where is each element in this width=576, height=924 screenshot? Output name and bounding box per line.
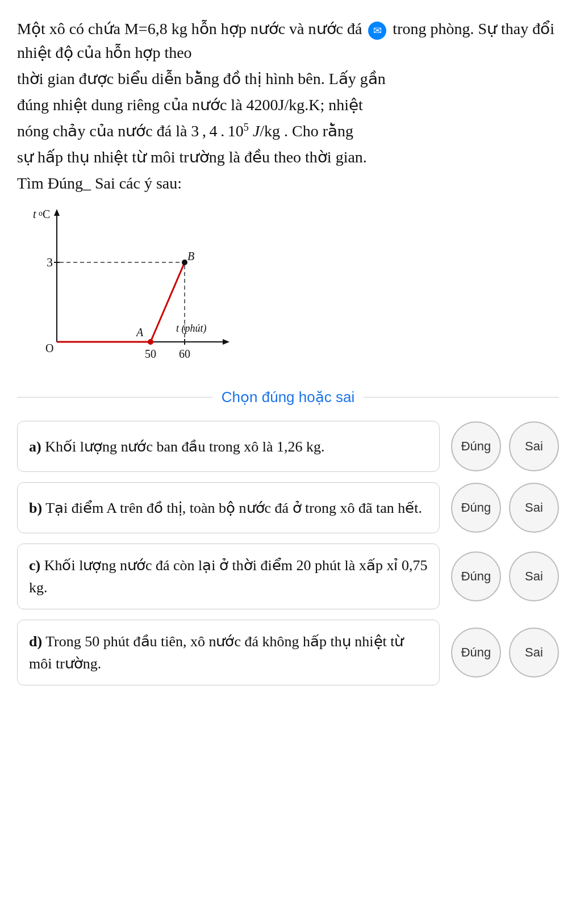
question-c-sai-button[interactable]: Sai (509, 551, 559, 601)
svg-text:60: 60 (179, 348, 190, 360)
svg-text:C: C (43, 208, 50, 220)
problem-line-6: Tìm Đúng_ Sai các ý sau: (17, 172, 559, 195)
question-a-sai-button[interactable]: Sai (509, 421, 559, 471)
svg-marker-1 (54, 209, 60, 216)
question-c-buttons: Đúng Sai (451, 551, 559, 601)
question-a-label: a) Khối lượng nước ban đầu trong xô là 1… (29, 436, 325, 458)
svg-text:B: B (187, 250, 194, 262)
question-b-buttons: Đúng Sai (451, 483, 559, 533)
question-d-dung-button[interactable]: Đúng (451, 628, 501, 678)
graph-svg: t o C t (phút) O 3 50 60 A B (23, 206, 239, 370)
question-c-text: c) Khối lượng nước đá còn lại ở thời điể… (17, 543, 440, 609)
question-c-dung-button[interactable]: Đúng (451, 551, 501, 601)
problem-line-2: thời gian được biểu diễn bằng đồ thị hìn… (17, 67, 559, 91)
question-b-dung-button[interactable]: Đúng (451, 483, 501, 533)
svg-point-19 (148, 339, 153, 345)
problem-line-3: đúng nhiệt dung riêng của nước là 4200J/… (17, 93, 559, 117)
superscript-5: 5 (244, 122, 249, 133)
question-c-label: c) Khối lượng nước đá còn lại ở thời điể… (29, 554, 428, 599)
question-d-sai-button[interactable]: Sai (509, 628, 559, 678)
question-d-row: d) Trong 50 phút đầu tiên, xô nước đá kh… (17, 620, 559, 685)
question-d-text: d) Trong 50 phút đầu tiên, xô nước đá kh… (17, 620, 440, 685)
graph-container: t o C t (phút) O 3 50 60 A B (23, 206, 559, 370)
question-a-dung-button[interactable]: Đúng (451, 421, 501, 471)
svg-text:O: O (45, 342, 53, 354)
question-b-row: b) Tại điểm A trên đồ thị, toàn bộ nước … (17, 482, 559, 533)
question-a-buttons: Đúng Sai (451, 421, 559, 471)
divider-right (364, 397, 559, 398)
problem-line-4: nóng chảy của nước đá là 3 , 4 . 105 J/k… (17, 119, 559, 143)
question-d-label: d) Trong 50 phút đầu tiên, xô nước đá kh… (29, 630, 428, 675)
svg-text:A: A (135, 326, 144, 338)
svg-text:3: 3 (47, 255, 53, 269)
question-b-sai-button[interactable]: Sai (509, 483, 559, 533)
problem-line-5: sự hấp thụ nhiệt từ môi trường là đều th… (17, 145, 559, 169)
messenger-icon: ✉ (368, 22, 386, 40)
section-title: Chọn đúng hoặc sai (222, 386, 354, 408)
question-a-text: a) Khối lượng nước ban đầu trong xô là 1… (17, 421, 440, 472)
problem-line-1: Một xô có chứa M=6,8 kg hỗn hợp nước và … (17, 17, 559, 65)
svg-text:t: t (33, 208, 36, 220)
question-d-buttons: Đúng Sai (451, 628, 559, 678)
problem-text: Một xô có chứa M=6,8 kg hỗn hợp nước và … (17, 17, 559, 195)
svg-text:50: 50 (145, 348, 156, 360)
svg-text:o: o (39, 209, 43, 218)
svg-text:t (phút): t (phút) (176, 323, 207, 335)
divider-left (17, 397, 212, 398)
question-b-text: b) Tại điểm A trên đồ thị, toàn bộ nước … (17, 482, 440, 533)
svg-point-21 (182, 260, 187, 265)
question-a-row: a) Khối lượng nước ban đầu trong xô là 1… (17, 421, 559, 472)
section-divider: Chọn đúng hoặc sai (17, 386, 559, 408)
question-b-label: b) Tại điểm A trên đồ thị, toàn bộ nước … (29, 497, 422, 519)
svg-marker-3 (223, 339, 229, 345)
question-c-row: c) Khối lượng nước đá còn lại ở thời điể… (17, 543, 559, 609)
